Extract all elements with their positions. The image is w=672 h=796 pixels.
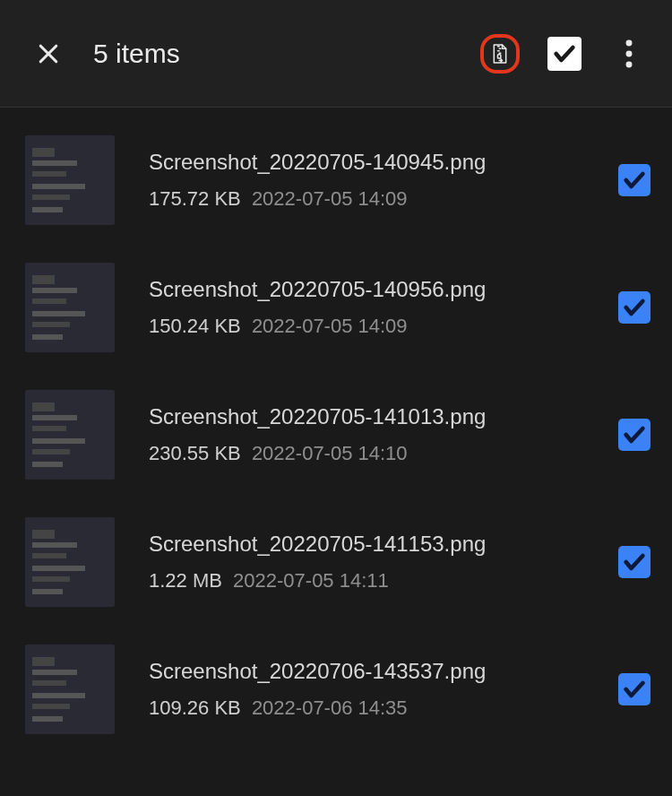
- file-checkbox[interactable]: [618, 673, 650, 705]
- file-list: Screenshot_20220705-140945.png 175.72 KB…: [0, 108, 672, 762]
- file-info: Screenshot_20220706-143537.png 109.26 KB…: [149, 659, 609, 720]
- file-info: Screenshot_20220705-140956.png 150.24 KB…: [149, 277, 609, 338]
- file-name: Screenshot_20220705-140956.png: [149, 277, 609, 302]
- file-info: Screenshot_20220705-140945.png 175.72 KB…: [149, 150, 609, 211]
- file-meta: 1.22 MB 2022-07-05 14:11: [149, 569, 609, 593]
- svg-point-7: [626, 39, 633, 46]
- file-meta: 150.24 KB 2022-07-05 14:09: [149, 315, 609, 338]
- file-date: 2022-07-05 14:10: [252, 442, 408, 464]
- svg-point-8: [626, 50, 633, 56]
- select-all-checkbox-icon: [547, 37, 582, 71]
- more-options-button[interactable]: [609, 34, 649, 74]
- check-icon: [622, 549, 647, 575]
- file-size: 1.22 MB: [149, 569, 222, 592]
- file-thumbnail: [25, 645, 115, 734]
- file-info: Screenshot_20220705-141153.png 1.22 MB 2…: [149, 532, 609, 593]
- file-meta: 230.55 KB 2022-07-05 14:10: [149, 442, 609, 465]
- file-thumbnail: [25, 135, 115, 225]
- selection-count-title: 5 items: [93, 39, 480, 69]
- file-meta: 175.72 KB 2022-07-05 14:09: [149, 187, 609, 211]
- svg-point-9: [626, 61, 633, 67]
- check-icon: [622, 677, 647, 702]
- file-date: 2022-07-05 14:09: [252, 315, 408, 337]
- file-thumbnail: [25, 517, 115, 607]
- file-size: 175.72 KB: [149, 187, 241, 210]
- header-actions: [480, 34, 649, 74]
- close-button[interactable]: [27, 32, 70, 75]
- file-checkbox[interactable]: [618, 419, 650, 451]
- check-icon: [622, 295, 647, 320]
- file-checkbox[interactable]: [618, 164, 650, 196]
- selection-header: 5 items: [0, 0, 672, 108]
- check-icon: [622, 168, 647, 193]
- file-date: 2022-07-06 14:35: [252, 696, 408, 719]
- file-row[interactable]: Screenshot_20220706-143537.png 109.26 KB…: [0, 626, 672, 753]
- file-name: Screenshot_20220705-141013.png: [149, 404, 609, 429]
- file-size: 150.24 KB: [149, 315, 241, 337]
- svg-rect-6: [498, 54, 501, 57]
- file-name: Screenshot_20220706-143537.png: [149, 659, 609, 684]
- compress-icon: [491, 35, 509, 73]
- compress-button[interactable]: [480, 34, 520, 74]
- file-thumbnail: [25, 390, 115, 480]
- close-icon: [35, 40, 62, 67]
- more-vert-icon: [625, 39, 633, 68]
- check-icon: [622, 422, 647, 447]
- file-row[interactable]: Screenshot_20220705-141153.png 1.22 MB 2…: [0, 498, 672, 626]
- file-date: 2022-07-05 14:09: [252, 187, 408, 210]
- file-row[interactable]: Screenshot_20220705-140956.png 150.24 KB…: [0, 244, 672, 371]
- file-date: 2022-07-05 14:11: [233, 569, 389, 592]
- file-name: Screenshot_20220705-141153.png: [149, 532, 609, 557]
- file-checkbox[interactable]: [618, 291, 650, 324]
- select-all-button[interactable]: [545, 34, 584, 74]
- file-size: 230.55 KB: [149, 442, 241, 464]
- file-thumbnail: [25, 263, 115, 352]
- file-size: 109.26 KB: [149, 696, 241, 719]
- file-name: Screenshot_20220705-140945.png: [149, 150, 609, 175]
- file-info: Screenshot_20220705-141013.png 230.55 KB…: [149, 404, 609, 465]
- file-meta: 109.26 KB 2022-07-06 14:35: [149, 696, 609, 720]
- file-row[interactable]: Screenshot_20220705-141013.png 230.55 KB…: [0, 371, 672, 498]
- file-row[interactable]: Screenshot_20220705-140945.png 175.72 KB…: [0, 117, 672, 244]
- file-checkbox[interactable]: [618, 546, 650, 578]
